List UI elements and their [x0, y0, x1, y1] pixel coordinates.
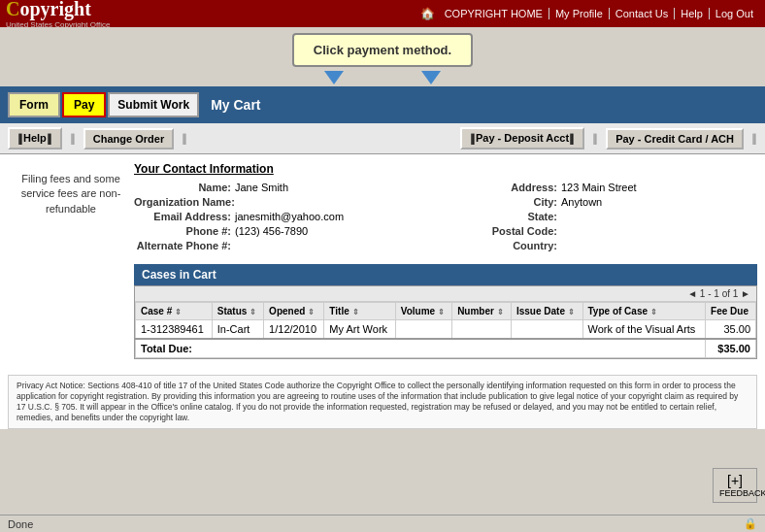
cell-case: 1-312389461 [136, 320, 213, 340]
col-issue-date[interactable]: Issue Date ⇕ [511, 303, 582, 320]
pagination-info: 1 - 1 of 1 [700, 288, 738, 299]
arrow-right [421, 71, 441, 84]
tooltip-text: Click payment method. [314, 43, 451, 57]
pagination-prev[interactable]: ◄ [687, 288, 697, 299]
cell-volume [395, 320, 451, 340]
contact-row-city: City: Anytown [460, 196, 757, 208]
filing-fees-text: Filing fees and some service fees are no… [8, 162, 134, 216]
nav-help[interactable]: Help [675, 8, 710, 19]
nav-copyright-home[interactable]: COPYRIGHT HOME [439, 8, 549, 19]
contact-row-email: Email Address: janesmith@yahoo.com [134, 211, 431, 222]
contact-row-name: Name: Jane Smith [134, 182, 431, 193]
cell-opened: 1/12/2010 [264, 320, 324, 340]
arrow-left [324, 71, 344, 84]
help-button[interactable]: ‖Help‖ [8, 127, 62, 150]
top-nav: COPYRIGHT HOME My Profile Contact Us Hel… [439, 8, 759, 19]
contact-right: Address: 123 Main Street City: Anytown S… [460, 182, 757, 254]
contact-row-org: Organization Name: [134, 196, 431, 208]
content-body: Filing fees and some service fees are no… [0, 154, 765, 367]
cases-header: Cases in Cart [134, 264, 757, 285]
col-volume[interactable]: Volume ⇕ [395, 303, 451, 320]
right-panel: Your Contact Information Name: Jane Smit… [134, 162, 757, 359]
cell-fee-due: 35.00 [706, 320, 756, 340]
nav-log-out[interactable]: Log Out [710, 8, 759, 19]
cell-title: My Art Work [324, 320, 395, 340]
contact-row-alt-phone: Alternate Phone #: [134, 240, 431, 251]
logo: Copyright United States Copyright Office [6, 0, 110, 29]
contact-info-title: Your Contact Information [134, 162, 757, 176]
pay-credit-card-button[interactable]: Pay - Credit Card / ACH [606, 128, 744, 150]
contact-row-postal: Postal Code: [460, 225, 757, 237]
cases-table: Case # ⇕ Status ⇕ Opened ⇕ Title ⇕ Volum… [135, 302, 756, 358]
tooltip-bubble: Click payment method. [292, 33, 473, 67]
status-text: Done [8, 518, 33, 530]
cell-status: In-Cart [212, 320, 263, 340]
pay-deposit-acct-button[interactable]: ‖Pay - Deposit Acct‖ [460, 127, 584, 150]
top-bar: Copyright United States Copyright Office… [0, 0, 765, 27]
cell-number [452, 320, 512, 340]
col-opened[interactable]: Opened ⇕ [264, 303, 324, 320]
nav-my-profile[interactable]: My Profile [549, 8, 610, 19]
feedback-icon: [+] [719, 473, 750, 488]
contact-grid: Name: Jane Smith Organization Name: Emai… [134, 182, 757, 254]
contact-row-address: Address: 123 Main Street [460, 182, 757, 193]
contact-info-section: Your Contact Information Name: Jane Smit… [134, 162, 757, 254]
logo-area: Copyright United States Copyright Office [6, 0, 110, 29]
form-button[interactable]: Form [8, 92, 60, 117]
total-amount: $35.00 [706, 339, 756, 358]
lock-icon: 🔒 [744, 517, 757, 530]
left-panel: Filing fees and some service fees are no… [8, 162, 134, 359]
pay-button[interactable]: Pay [62, 92, 106, 117]
col-case[interactable]: Case # ⇕ [136, 303, 213, 320]
pagination-row: ◄ 1 - 1 of 1 ► [135, 286, 756, 302]
pagination-next[interactable]: ► [741, 288, 750, 299]
table-header-row: Case # ⇕ Status ⇕ Opened ⇕ Title ⇕ Volum… [136, 303, 756, 320]
nav-contact-us[interactable]: Contact Us [610, 8, 675, 19]
feedback-label: FEEDBACK [719, 488, 765, 498]
cases-table-wrapper: ◄ 1 - 1 of 1 ► Case # ⇕ Status ⇕ Opened … [134, 285, 757, 359]
home-icon: 🏠 [420, 7, 435, 20]
contact-row-state: State: [460, 211, 757, 222]
main-content: ‖Help‖ ‖ Change Order ‖ ‖Pay - Deposit A… [0, 123, 765, 429]
privacy-notice: Privacy Act Notice: Sections 408-410 of … [8, 375, 757, 429]
col-title[interactable]: Title ⇕ [324, 303, 395, 320]
cell-issue-date [511, 320, 582, 340]
my-cart-label: My Cart [211, 97, 260, 113]
total-row: Total Due: $35.00 [136, 339, 756, 358]
contact-left: Name: Jane Smith Organization Name: Emai… [134, 182, 431, 254]
arrows-container [0, 71, 765, 84]
cell-type-of-case: Work of the Visual Arts [582, 320, 706, 340]
change-order-button[interactable]: Change Order [83, 128, 174, 150]
tooltip-area: Click payment method. [0, 27, 765, 86]
contact-row-country: Country: [460, 240, 757, 251]
action-bar: ‖Help‖ ‖ Change Order ‖ ‖Pay - Deposit A… [0, 123, 765, 154]
workflow-buttons: Form Pay Submit Work [8, 92, 199, 117]
col-fee-due[interactable]: Fee Due [706, 303, 756, 320]
submit-work-button[interactable]: Submit Work [108, 92, 199, 117]
cases-section: Cases in Cart ◄ 1 - 1 of 1 ► Case # ⇕ St… [134, 264, 757, 359]
header-right-area: 🏠 COPYRIGHT HOME My Profile Contact Us H… [420, 7, 759, 20]
table-row: 1-312389461 In-Cart 1/12/2010 My Art Wor… [136, 320, 756, 340]
col-status[interactable]: Status ⇕ [212, 303, 263, 320]
contact-row-phone: Phone #: (123) 456-7890 [134, 225, 431, 237]
col-number[interactable]: Number ⇕ [452, 303, 512, 320]
feedback-button[interactable]: [+] FEEDBACK [713, 468, 757, 503]
total-label: Total Due: [136, 339, 706, 358]
bottom-bar: Done 🔒 [0, 515, 765, 532]
workflow-bar: Form Pay Submit Work My Cart [0, 86, 765, 123]
col-type-of-case[interactable]: Type of Case ⇕ [582, 303, 706, 320]
